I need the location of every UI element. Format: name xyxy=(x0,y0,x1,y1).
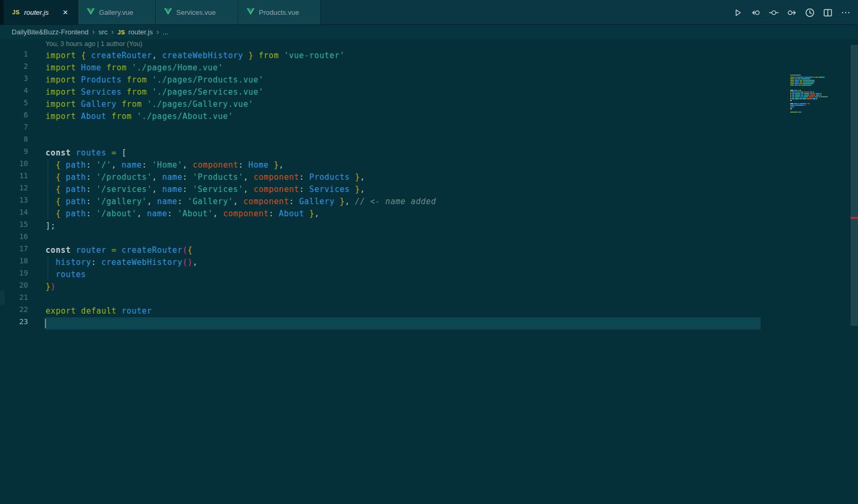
file-history-icon[interactable] xyxy=(804,7,816,19)
code-lines: 1import { createRouter, createWebHistory… xyxy=(0,50,858,329)
run-icon[interactable] xyxy=(732,7,744,19)
line-number[interactable]: 22 xyxy=(0,305,28,317)
tab-label: Services.vue xyxy=(176,8,215,16)
code-line-20[interactable]: 20}) xyxy=(0,281,858,293)
code-text: { path: '/about', name: 'About', compone… xyxy=(46,208,320,220)
tab-label: Products.vue xyxy=(259,8,299,16)
code-line-18[interactable]: 18 history: createWebHistory(), xyxy=(0,256,858,269)
minimap-line xyxy=(790,80,815,81)
vue-icon xyxy=(87,8,95,17)
code-line-16[interactable]: 16 xyxy=(0,232,858,244)
minimap-line xyxy=(790,91,814,93)
js-icon: JS xyxy=(118,29,125,35)
previous-change-icon[interactable] xyxy=(750,7,762,19)
code-line-10[interactable]: 10 { path: '/', name: 'Home', component:… xyxy=(0,159,858,171)
code-line-8[interactable]: 8 xyxy=(0,135,858,147)
code-line-15[interactable]: 15]; xyxy=(0,220,858,232)
breadcrumb-item-src[interactable]: src xyxy=(98,28,107,36)
code-line-22[interactable]: 22export default router xyxy=(0,305,858,317)
minimap[interactable] xyxy=(790,75,850,122)
breadcrumb-item-dailybite-buzz-frontend[interactable]: DailyBite&Buzz-Frontend xyxy=(12,28,88,36)
code-text: const routes = [ xyxy=(46,147,127,159)
line-number[interactable]: 6 xyxy=(0,111,28,123)
code-line-7[interactable]: 7 xyxy=(0,123,858,135)
line-number[interactable]: 13 xyxy=(0,196,28,208)
code-text: import Services from './pages/Services.v… xyxy=(46,86,264,98)
breadcrumb-item-router-js[interactable]: JSrouter.js xyxy=(118,28,153,36)
line-number[interactable]: 12 xyxy=(0,184,28,196)
line-number[interactable]: 16 xyxy=(0,232,28,244)
breadcrumb-item--[interactable]: ... xyxy=(162,28,168,36)
code-line-2[interactable]: 2import Home from './pages/Home.vue' xyxy=(0,62,858,74)
code-text: { path: '/gallery', name: 'Gallery', com… xyxy=(46,196,436,208)
code-line-4[interactable]: 4import Services from './pages/Services.… xyxy=(0,86,858,98)
line-number[interactable]: 18 xyxy=(0,256,28,269)
breadcrumb-separator-icon: › xyxy=(92,28,95,36)
line-number[interactable]: 10 xyxy=(0,159,28,171)
line-number[interactable]: 17 xyxy=(0,244,28,256)
tabbar-left-edge xyxy=(0,0,4,25)
line-number[interactable]: 20 xyxy=(0,281,28,293)
code-line-13[interactable]: 13 { path: '/gallery', name: 'Gallery', … xyxy=(0,196,858,208)
code-line-14[interactable]: 14 { path: '/about', name: 'About', comp… xyxy=(0,208,858,220)
tab-Products.vue[interactable]: Products.vue xyxy=(238,0,321,24)
close-icon[interactable]: ✕ xyxy=(60,7,70,17)
next-change-icon[interactable] xyxy=(786,7,798,19)
line-number[interactable]: 8 xyxy=(0,135,28,147)
line-number[interactable]: 14 xyxy=(0,208,28,220)
minimap-line xyxy=(790,98,817,99)
code-line-11[interactable]: 11 { path: '/products', name: 'Products'… xyxy=(0,171,858,184)
breadcrumb-label: DailyBite&Buzz-Frontend xyxy=(12,28,88,36)
line-number[interactable]: 2 xyxy=(0,62,28,74)
more-actions-icon[interactable]: ⋯ xyxy=(840,7,852,19)
breadcrumb-label: src xyxy=(98,28,107,36)
line-number[interactable]: 23 xyxy=(0,317,28,329)
code-text: { path: '/products', name: 'Products', c… xyxy=(46,171,365,184)
open-changes-icon[interactable] xyxy=(768,7,780,19)
line-number[interactable]: 4 xyxy=(0,86,28,98)
code-line-3[interactable]: 3import Products from './pages/Products.… xyxy=(0,74,858,86)
code-text: ]; xyxy=(46,220,56,232)
line-number[interactable]: 19 xyxy=(0,269,28,281)
minimap-line xyxy=(790,77,825,78)
line-number[interactable]: 15 xyxy=(0,220,28,232)
code-text: { path: '/services', name: 'Services', c… xyxy=(46,184,365,196)
breadcrumb-separator-icon: › xyxy=(157,28,159,36)
minimap-line xyxy=(790,83,814,84)
code-line-1[interactable]: 1import { createRouter, createWebHistory… xyxy=(0,50,858,62)
minimap-line xyxy=(790,112,801,113)
code-line-5[interactable]: 5import Gallery from './pages/Gallery.vu… xyxy=(0,98,858,111)
overview-ruler-marker xyxy=(851,217,858,219)
git-blame-annotation: You, 3 hours ago | 1 author (You) xyxy=(0,40,858,50)
tab-label: router.js xyxy=(24,8,48,16)
line-number[interactable]: 7 xyxy=(0,123,28,135)
vscode-editor-window: JSrouter.js✕Gallery.vueServices.vueProdu… xyxy=(0,0,858,504)
breadcrumb-label: ... xyxy=(162,28,168,36)
vue-icon xyxy=(164,8,172,17)
tab-bar: JSrouter.js✕Gallery.vueServices.vueProdu… xyxy=(0,0,858,25)
code-editor[interactable]: You, 3 hours ago | 1 author (You) 1impor… xyxy=(0,40,858,504)
line-number[interactable]: 3 xyxy=(0,74,28,86)
line-number[interactable]: 9 xyxy=(0,147,28,159)
code-line-9[interactable]: 9const routes = [ xyxy=(0,147,858,159)
code-line-6[interactable]: 6import About from './pages/About.vue' xyxy=(0,111,858,123)
tab-Services.vue[interactable]: Services.vue xyxy=(156,0,238,24)
code-text: import Home from './pages/Home.vue' xyxy=(46,62,223,74)
code-line-21[interactable]: 21 xyxy=(0,293,858,305)
line-number[interactable]: 21 xyxy=(0,293,28,305)
split-editor-icon[interactable] xyxy=(822,7,834,19)
line-number[interactable]: 5 xyxy=(0,98,28,111)
line-number[interactable]: 1 xyxy=(0,50,28,62)
breadcrumb: DailyBite&Buzz-Frontend›src›JSrouter.js›… xyxy=(0,25,858,39)
code-text: export default router xyxy=(46,305,152,317)
code-line-19[interactable]: 19 routes xyxy=(0,269,858,281)
tab-Gallery.vue[interactable]: Gallery.vue xyxy=(78,0,156,24)
breadcrumb-label: router.js xyxy=(128,28,152,36)
line-number[interactable]: 11 xyxy=(0,171,28,184)
code-line-17[interactable]: 17const router = createRouter({ xyxy=(0,244,858,256)
code-line-12[interactable]: 12 { path: '/services', name: 'Services'… xyxy=(0,184,858,196)
code-line-23[interactable]: 23 xyxy=(0,317,858,329)
vue-icon xyxy=(247,8,255,17)
vertical-scrollbar[interactable] xyxy=(851,45,858,326)
tab-router.js[interactable]: JSrouter.js✕ xyxy=(4,0,78,24)
